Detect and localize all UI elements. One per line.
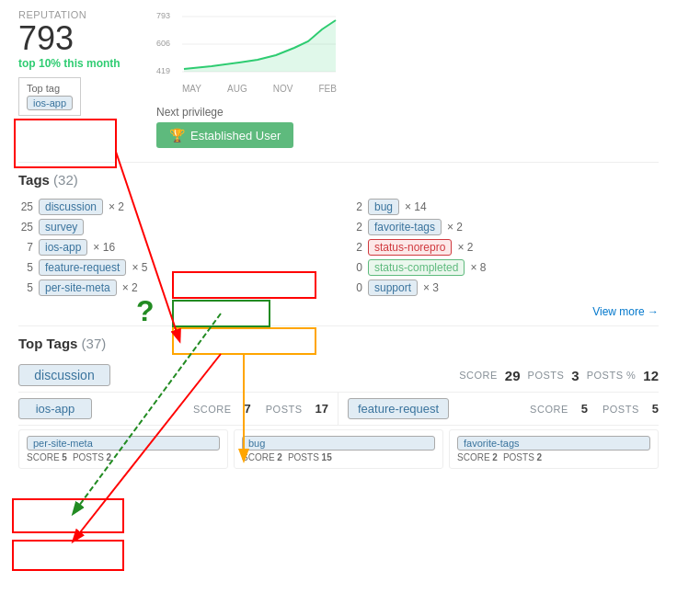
tag-favorite-tags[interactable]: favorite-tags [368, 219, 442, 235]
small-tag-stats: SCORE 5 POSTS 2 [27, 452, 220, 462]
top-tag-badge-feature-request[interactable]: feature-request [348, 398, 449, 419]
reputation-chart: 793 606 419 MAY AUG NOV [156, 9, 340, 94]
tag-score: 25 [18, 200, 33, 213]
top-tag-pill[interactable]: ios-app [27, 96, 73, 110]
chart-x-may: MAY [182, 84, 201, 94]
small-tag-favorite-tags: favorite-tags SCORE 2 POSTS 2 [449, 429, 659, 469]
top-tag-ios-app-row: ios-app SCORE 7 POSTS 17 [18, 393, 338, 426]
chart-x-aug: AUG [227, 84, 247, 94]
tag-status-completed[interactable]: status-completed [368, 259, 465, 276]
score-label: SCORE 2 [242, 452, 282, 462]
small-tag-stats: SCORE 2 POSTS 15 [242, 452, 435, 462]
small-tag-per-site-meta: per-site-meta SCORE 5 POSTS 2 [18, 429, 228, 469]
top-tags-title: Top Tags (37) [18, 336, 659, 351]
chart-x-nov: NOV [273, 84, 293, 94]
score-value: 7 [245, 402, 251, 416]
tag-discussion[interactable]: discussion [39, 199, 103, 215]
tag-score: 5 [18, 281, 33, 294]
tag-mult: × 2 [122, 281, 138, 294]
tag-row: 5 per-site-meta × 2 [18, 278, 329, 298]
tag-row: 25 discussion × 2 [18, 197, 329, 217]
tag-score: 0 [348, 261, 362, 274]
small-tag-stats: SCORE 2 POSTS 2 [457, 452, 650, 462]
score-label: SCORE [530, 404, 568, 415]
top-tags-section: Top Tags (37) discussion SCORE 29 POSTS … [18, 336, 659, 469]
tag-mult: × 3 [423, 281, 439, 294]
svg-text:793: 793 [156, 11, 170, 20]
small-tag-badge[interactable]: favorite-tags [457, 436, 650, 451]
top-tags-count: (37) [82, 336, 107, 351]
tag-score: 2 [348, 200, 362, 213]
svg-text:419: 419 [156, 66, 170, 75]
posts-value: 17 [316, 402, 328, 416]
next-privilege-section: Next privilege 🏆 Established User [156, 106, 340, 148]
tags-section: Tags (32) 25 discussion × 2 25 survey 7 … [18, 172, 659, 326]
tag-bug[interactable]: bug [368, 199, 399, 215]
reputation-value: 793 [18, 20, 138, 57]
tag-mult: × 2 [457, 241, 473, 254]
top-tag-label: Top tag [27, 83, 73, 94]
tag-ios-app[interactable]: ios-app [39, 239, 87, 256]
tag-row: 7 ios-app × 16 [18, 237, 329, 257]
tag-survey[interactable]: survey [39, 219, 84, 235]
tag-mult: × 14 [405, 200, 427, 213]
tag-row: 2 bug × 14 [348, 197, 659, 217]
top-tag-badge-ios-app[interactable]: ios-app [18, 398, 92, 419]
established-user-button[interactable]: 🏆 Established User [156, 122, 293, 148]
top-tag-box: Top tag ios-app [18, 77, 81, 116]
posts-pct-label: POSTS % [587, 370, 637, 381]
tag-status-norepro[interactable]: status-norepro [368, 239, 452, 256]
posts-label: POSTS [602, 404, 639, 415]
reputation-rank: top 10% this month [18, 57, 138, 70]
tag-mult: × 16 [93, 241, 115, 254]
posts-pct-value: 12 [643, 368, 659, 383]
tag-score: 2 [348, 241, 362, 254]
posts-label: POSTS 2 [503, 452, 542, 462]
tag-score: 7 [18, 241, 33, 254]
tag-score: 2 [348, 221, 362, 234]
tag-row: 5 feature-request × 5 [18, 257, 329, 278]
tag-score: 5 [18, 261, 33, 274]
posts-label: POSTS 2 [73, 452, 111, 462]
tag-mult: × 2 [447, 221, 463, 234]
score-label: SCORE 5 [27, 452, 67, 462]
small-tag-badge[interactable]: per-site-meta [27, 436, 220, 451]
tag-mult: × 8 [470, 261, 486, 274]
top-tag-discussion-row: discussion SCORE 29 POSTS 3 POSTS % 12 [18, 359, 659, 393]
svg-rect-11 [13, 499, 123, 532]
top-tags-medium-grid: ios-app SCORE 7 POSTS 17 feature-request… [18, 393, 659, 426]
posts-label: POSTS 15 [288, 452, 332, 462]
next-privilege-label: Next privilege [156, 106, 340, 119]
top-tags-small-grid: per-site-meta SCORE 5 POSTS 2 bug SCORE … [18, 429, 659, 469]
tag-row: 0 status-completed × 8 [348, 257, 659, 278]
tag-row: 0 support × 3 [348, 278, 659, 298]
posts-value: 5 [652, 402, 659, 416]
tag-row: 2 status-norepro × 2 [348, 237, 659, 257]
tag-per-site-meta[interactable]: per-site-meta [39, 279, 117, 296]
tag-row: 25 survey [18, 217, 329, 237]
chart-x-feb: FEB [319, 84, 337, 94]
tag-support[interactable]: support [368, 279, 418, 296]
tag-row: 2 favorite-tags × 2 [348, 217, 659, 237]
tags-grid: 25 discussion × 2 25 survey 7 ios-app × … [18, 197, 659, 298]
small-tag-bug: bug SCORE 2 POSTS 15 [234, 429, 443, 469]
posts-label: POSTS [266, 404, 303, 415]
trophy-icon: 🏆 [169, 128, 185, 143]
top-tag-badge-discussion[interactable]: discussion [18, 364, 110, 386]
posts-value: 3 [571, 368, 579, 383]
posts-label: POSTS [528, 370, 565, 381]
tag-score: 25 [18, 221, 33, 234]
score-value: 29 [505, 368, 521, 383]
tag-feature-request[interactable]: feature-request [39, 259, 126, 276]
tags-right-col: 2 bug × 14 2 favorite-tags × 2 2 status-… [348, 197, 659, 298]
score-value: 5 [581, 402, 588, 416]
tag-score: 0 [348, 281, 362, 294]
score-label: SCORE 2 [457, 452, 498, 462]
tags-left-col: 25 discussion × 2 25 survey 7 ios-app × … [18, 197, 329, 298]
score-label: SCORE [459, 370, 498, 381]
established-user-label: Established User [190, 129, 281, 143]
score-label: SCORE [193, 404, 232, 415]
svg-text:606: 606 [156, 39, 170, 48]
view-more-link[interactable]: View more → [18, 305, 659, 326]
small-tag-badge[interactable]: bug [242, 436, 435, 451]
